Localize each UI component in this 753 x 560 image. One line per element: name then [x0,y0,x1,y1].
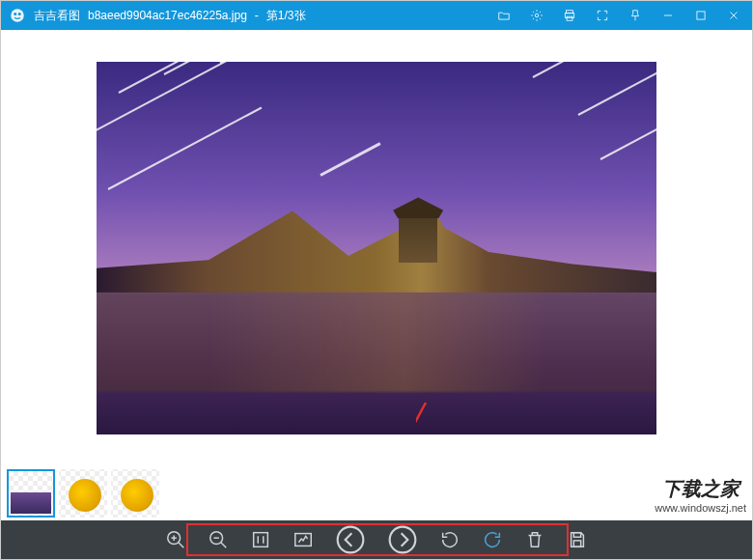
filename: b8aeed9904ac17ec46225a.jpg [88,9,247,22]
bottom-toolbar [1,520,752,559]
fullscreen-button[interactable] [590,1,615,30]
watermark-url: www.windowszj.net [655,501,746,515]
print-button[interactable] [557,1,582,30]
delete-button[interactable] [522,527,547,552]
title-separator: - [255,9,259,22]
watermark-text-cn: 下载之家 [655,476,746,501]
rotate-left-button[interactable] [437,527,462,552]
app-name: 吉吉看图 [34,8,80,24]
content-area [1,30,752,520]
image-viewer[interactable] [1,30,752,466]
thumbnail-2[interactable] [59,469,107,518]
save-button[interactable] [565,527,590,552]
zoom-in-button[interactable] [163,527,188,552]
svg-rect-24 [573,533,580,538]
previous-image-button[interactable] [333,522,368,557]
svg-point-0 [11,9,24,22]
minimize-button[interactable] [655,1,681,30]
svg-point-2 [18,13,21,15]
svg-point-22 [338,527,364,553]
thumbnail-strip [1,466,752,520]
watermark: 下载之家 www.windowszj.net [655,476,746,515]
svg-point-1 [14,13,16,15]
svg-rect-4 [567,11,573,14]
fit-screen-button[interactable] [291,527,316,552]
svg-rect-6 [567,16,572,20]
settings-button[interactable] [524,1,549,30]
image-position: 第1/3张 [266,8,306,24]
titlebar: 吉吉看图 b8aeed9904ac17ec46225a.jpg - 第1/3张 [1,1,752,30]
toolbar-highlight-box [186,523,569,556]
svg-line-12 [179,543,184,548]
zoom-out-button[interactable] [206,527,231,552]
svg-rect-18 [254,533,268,547]
app-icon [9,7,26,24]
close-button[interactable] [721,1,746,30]
pin-button[interactable] [623,1,648,30]
svg-line-16 [221,543,227,548]
svg-point-23 [390,527,416,553]
svg-rect-25 [573,541,580,546]
actual-size-button[interactable] [248,527,273,552]
thumbnail-3[interactable] [111,469,159,518]
displayed-image [97,62,656,434]
thumbnail-1[interactable] [7,469,55,518]
rotate-right-button[interactable] [480,527,505,552]
next-image-button[interactable] [385,522,420,557]
open-folder-button[interactable] [491,1,516,30]
maximize-button[interactable] [688,1,713,30]
svg-point-3 [535,14,539,17]
svg-rect-8 [697,12,705,19]
